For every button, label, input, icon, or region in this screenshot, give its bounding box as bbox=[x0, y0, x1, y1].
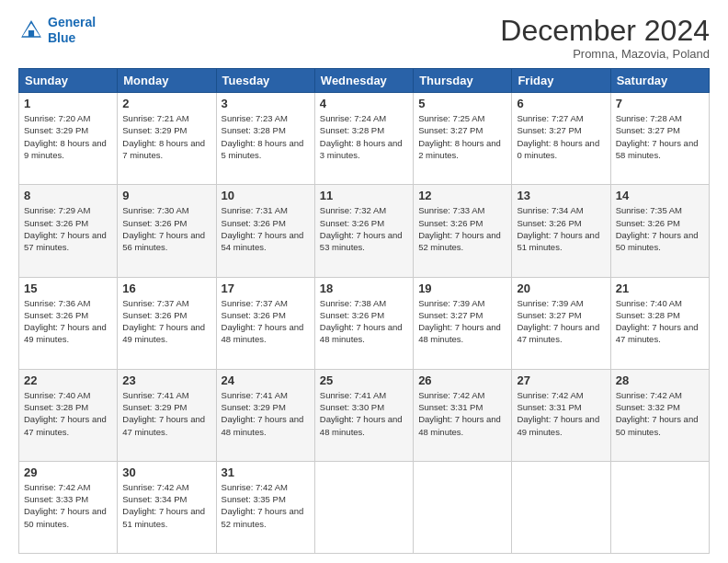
day-info: Sunrise: 7:36 AM Sunset: 3:26 PM Dayligh… bbox=[24, 297, 112, 346]
col-thursday: Thursday bbox=[414, 69, 512, 93]
table-row bbox=[610, 461, 709, 553]
day-info: Sunrise: 7:20 AM Sunset: 3:29 PM Dayligh… bbox=[24, 112, 112, 161]
day-info: Sunrise: 7:39 AM Sunset: 3:27 PM Dayligh… bbox=[517, 297, 605, 346]
table-row bbox=[414, 461, 512, 553]
table-row: 5 Sunrise: 7:25 AM Sunset: 3:27 PM Dayli… bbox=[414, 93, 512, 185]
day-number: 2 bbox=[122, 97, 210, 110]
day-number: 21 bbox=[616, 282, 704, 295]
day-number: 25 bbox=[320, 373, 408, 387]
day-number: 26 bbox=[418, 373, 506, 387]
day-number: 31 bbox=[222, 465, 310, 479]
subtitle: Promna, Mazovia, Poland bbox=[500, 47, 710, 61]
day-number: 30 bbox=[122, 465, 210, 479]
table-row: 18 Sunrise: 7:38 AM Sunset: 3:26 PM Dayl… bbox=[314, 277, 413, 369]
day-number: 23 bbox=[122, 373, 210, 387]
col-tuesday: Tuesday bbox=[216, 69, 314, 93]
table-row: 7 Sunrise: 7:28 AM Sunset: 3:27 PM Dayli… bbox=[610, 93, 709, 185]
day-info: Sunrise: 7:37 AM Sunset: 3:26 PM Dayligh… bbox=[122, 297, 210, 346]
logo-icon bbox=[18, 17, 44, 43]
day-info: Sunrise: 7:42 AM Sunset: 3:31 PM Dayligh… bbox=[517, 389, 605, 438]
day-info: Sunrise: 7:38 AM Sunset: 3:26 PM Dayligh… bbox=[320, 297, 408, 346]
day-number: 22 bbox=[24, 373, 112, 387]
logo-text: General Blue bbox=[48, 15, 96, 46]
day-info: Sunrise: 7:40 AM Sunset: 3:28 PM Dayligh… bbox=[616, 297, 704, 346]
day-info: Sunrise: 7:27 AM Sunset: 3:27 PM Dayligh… bbox=[517, 112, 605, 161]
table-row: 12 Sunrise: 7:33 AM Sunset: 3:26 PM Dayl… bbox=[414, 185, 512, 277]
day-number: 10 bbox=[222, 189, 310, 202]
day-info: Sunrise: 7:32 AM Sunset: 3:26 PM Dayligh… bbox=[320, 204, 408, 253]
day-info: Sunrise: 7:25 AM Sunset: 3:27 PM Dayligh… bbox=[418, 112, 506, 161]
day-info: Sunrise: 7:24 AM Sunset: 3:28 PM Dayligh… bbox=[320, 112, 408, 161]
day-info: Sunrise: 7:37 AM Sunset: 3:26 PM Dayligh… bbox=[222, 297, 310, 346]
col-friday: Friday bbox=[512, 69, 610, 93]
day-number: 11 bbox=[320, 189, 408, 202]
logo: General Blue bbox=[18, 15, 96, 46]
table-row: 14 Sunrise: 7:35 AM Sunset: 3:26 PM Dayl… bbox=[610, 185, 709, 277]
table-row: 26 Sunrise: 7:42 AM Sunset: 3:31 PM Dayl… bbox=[414, 369, 512, 461]
day-info: Sunrise: 7:30 AM Sunset: 3:26 PM Dayligh… bbox=[122, 204, 210, 253]
table-row bbox=[314, 461, 413, 553]
calendar-table: Sunday Monday Tuesday Wednesday Thursday… bbox=[18, 68, 710, 554]
table-row: 31 Sunrise: 7:42 AM Sunset: 3:35 PM Dayl… bbox=[216, 461, 314, 553]
day-number: 29 bbox=[24, 465, 112, 479]
day-number: 1 bbox=[24, 97, 112, 110]
calendar-week-row: 15 Sunrise: 7:36 AM Sunset: 3:26 PM Dayl… bbox=[19, 277, 710, 369]
table-row: 22 Sunrise: 7:40 AM Sunset: 3:28 PM Dayl… bbox=[19, 369, 118, 461]
table-row: 25 Sunrise: 7:41 AM Sunset: 3:30 PM Dayl… bbox=[314, 369, 413, 461]
calendar-week-row: 8 Sunrise: 7:29 AM Sunset: 3:26 PM Dayli… bbox=[19, 185, 710, 277]
day-info: Sunrise: 7:28 AM Sunset: 3:27 PM Dayligh… bbox=[616, 112, 704, 161]
header: General Blue December 2024 Promna, Mazov… bbox=[18, 15, 710, 61]
table-row: 24 Sunrise: 7:41 AM Sunset: 3:29 PM Dayl… bbox=[216, 369, 314, 461]
table-row: 16 Sunrise: 7:37 AM Sunset: 3:26 PM Dayl… bbox=[118, 277, 216, 369]
table-row: 6 Sunrise: 7:27 AM Sunset: 3:27 PM Dayli… bbox=[512, 93, 610, 185]
col-monday: Monday bbox=[118, 69, 216, 93]
calendar-week-row: 22 Sunrise: 7:40 AM Sunset: 3:28 PM Dayl… bbox=[19, 369, 710, 461]
calendar-week-row: 1 Sunrise: 7:20 AM Sunset: 3:29 PM Dayli… bbox=[19, 93, 710, 185]
day-info: Sunrise: 7:34 AM Sunset: 3:26 PM Dayligh… bbox=[517, 204, 605, 253]
day-number: 4 bbox=[320, 97, 408, 110]
day-number: 27 bbox=[517, 373, 605, 387]
table-row: 17 Sunrise: 7:37 AM Sunset: 3:26 PM Dayl… bbox=[216, 277, 314, 369]
table-row: 30 Sunrise: 7:42 AM Sunset: 3:34 PM Dayl… bbox=[118, 461, 216, 553]
table-row: 20 Sunrise: 7:39 AM Sunset: 3:27 PM Dayl… bbox=[512, 277, 610, 369]
day-number: 28 bbox=[616, 373, 704, 387]
table-row bbox=[512, 461, 610, 553]
main-title: December 2024 bbox=[500, 15, 710, 47]
col-saturday: Saturday bbox=[610, 69, 709, 93]
table-row: 13 Sunrise: 7:34 AM Sunset: 3:26 PM Dayl… bbox=[512, 185, 610, 277]
day-info: Sunrise: 7:42 AM Sunset: 3:34 PM Dayligh… bbox=[122, 481, 210, 530]
table-row: 21 Sunrise: 7:40 AM Sunset: 3:28 PM Dayl… bbox=[610, 277, 709, 369]
day-number: 19 bbox=[418, 282, 506, 295]
day-info: Sunrise: 7:41 AM Sunset: 3:30 PM Dayligh… bbox=[320, 389, 408, 438]
table-row: 9 Sunrise: 7:30 AM Sunset: 3:26 PM Dayli… bbox=[118, 185, 216, 277]
col-wednesday: Wednesday bbox=[314, 69, 413, 93]
table-row: 27 Sunrise: 7:42 AM Sunset: 3:31 PM Dayl… bbox=[512, 369, 610, 461]
table-row: 29 Sunrise: 7:42 AM Sunset: 3:33 PM Dayl… bbox=[19, 461, 118, 553]
day-info: Sunrise: 7:31 AM Sunset: 3:26 PM Dayligh… bbox=[222, 204, 310, 253]
table-row: 28 Sunrise: 7:42 AM Sunset: 3:32 PM Dayl… bbox=[610, 369, 709, 461]
day-number: 20 bbox=[517, 282, 605, 295]
table-row: 11 Sunrise: 7:32 AM Sunset: 3:26 PM Dayl… bbox=[314, 185, 413, 277]
table-row: 19 Sunrise: 7:39 AM Sunset: 3:27 PM Dayl… bbox=[414, 277, 512, 369]
day-info: Sunrise: 7:41 AM Sunset: 3:29 PM Dayligh… bbox=[122, 389, 210, 438]
day-info: Sunrise: 7:29 AM Sunset: 3:26 PM Dayligh… bbox=[24, 204, 112, 253]
day-info: Sunrise: 7:23 AM Sunset: 3:28 PM Dayligh… bbox=[222, 112, 310, 161]
day-number: 8 bbox=[24, 189, 112, 202]
calendar-header-row: Sunday Monday Tuesday Wednesday Thursday… bbox=[19, 69, 710, 93]
day-number: 6 bbox=[517, 97, 605, 110]
day-info: Sunrise: 7:39 AM Sunset: 3:27 PM Dayligh… bbox=[418, 297, 506, 346]
day-info: Sunrise: 7:41 AM Sunset: 3:29 PM Dayligh… bbox=[222, 389, 310, 438]
day-number: 3 bbox=[222, 97, 310, 110]
page: General Blue December 2024 Promna, Mazov… bbox=[0, 0, 728, 563]
day-number: 12 bbox=[418, 189, 506, 202]
day-number: 24 bbox=[222, 373, 310, 387]
col-sunday: Sunday bbox=[19, 69, 118, 93]
day-number: 5 bbox=[418, 97, 506, 110]
table-row: 1 Sunrise: 7:20 AM Sunset: 3:29 PM Dayli… bbox=[19, 93, 118, 185]
day-info: Sunrise: 7:33 AM Sunset: 3:26 PM Dayligh… bbox=[418, 204, 506, 253]
day-number: 9 bbox=[122, 189, 210, 202]
day-number: 13 bbox=[517, 189, 605, 202]
day-info: Sunrise: 7:42 AM Sunset: 3:33 PM Dayligh… bbox=[24, 481, 112, 530]
table-row: 8 Sunrise: 7:29 AM Sunset: 3:26 PM Dayli… bbox=[19, 185, 118, 277]
day-number: 15 bbox=[24, 282, 112, 295]
